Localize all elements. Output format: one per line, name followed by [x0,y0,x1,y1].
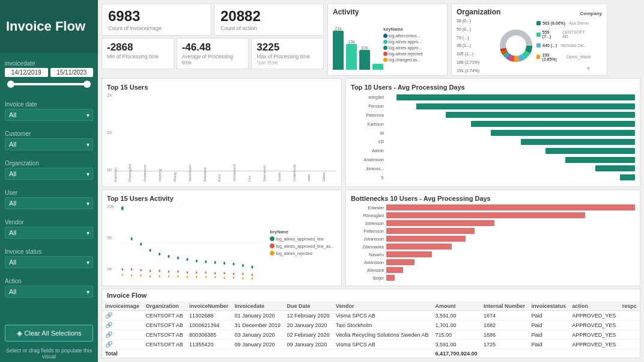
cell-vendor: Veolia Recycling Solutions Sweden AB [333,330,432,340]
cell-vendor: Taxi Stockholm [333,321,432,330]
date-from[interactable]: 14/12/2019 [5,68,48,77]
svg-point-34 [168,271,169,273]
col-duedate: Due Date [284,302,333,311]
svg-point-49 [168,275,169,277]
top15activity-title: Top 15 Users Activity [107,195,336,202]
svg-point-36 [187,271,188,274]
cell-vendor: Visma SPCS AB [333,340,432,349]
svg-point-41 [233,273,234,275]
bbar-pettersson: Pettersson [351,228,635,234]
svg-point-15 [131,238,133,241]
kpi-max-value: 3225 [257,41,318,54]
bbar-antonsson: Antonsson [351,259,635,265]
clear-all-button[interactable]: ◈ Clear All Selections [5,325,93,342]
customer-section: Customer All [0,123,98,153]
action-dropdown-wrap[interactable]: All [5,286,93,298]
bbar-erlander: Erlander [351,204,635,210]
scatter-svg [118,204,266,281]
svg-point-19 [168,255,170,258]
kpi-count-invoice-value: 6983 [108,8,205,25]
cell-amount: 715.00 [432,330,480,340]
vendor-select[interactable]: All [5,227,93,239]
bbar-beijer: Beijer [351,275,635,281]
kpi-count-action-label: Count of action [220,25,317,31]
col-invoicestatus: invoicestatus [528,302,569,311]
invoice-date-section: Invoice date All [0,94,98,123]
svg-point-56 [233,277,234,279]
organization-section: Organization All [0,153,98,182]
cell-link[interactable]: 🔗 [102,321,142,330]
user-select[interactable]: All [5,197,93,209]
bbar-johansson: Johansson [351,236,635,242]
organization-select[interactable]: All [5,168,93,180]
top15users-panel: Top 15 Users 2K1K0K [102,78,342,187]
hbar-karlsson: Karlsson [351,121,635,127]
bbar-attestant: Attestant [351,267,635,273]
cell-link[interactable]: 🔗 [102,330,142,340]
bbar-sonesson: Sönesson [351,220,635,226]
customer-dropdown-wrap[interactable]: All [5,138,93,150]
cell-vendor: Visma SPCS AB [333,311,432,321]
svg-point-45 [131,274,132,277]
top10avgdays-chart: arlegård Persson Palmroos [351,93,635,182]
invoice-status-select[interactable]: All [5,256,93,268]
col-amount: Amount [432,302,480,311]
kpi-min-label: Min of Processing time [107,54,169,60]
hbar-andersson2: Andersson [351,157,635,163]
date-to[interactable]: 15/11/2023 [50,68,94,77]
middle-charts: Top 15 Users 2K1K0K [98,78,644,189]
svg-point-54 [214,276,216,278]
bottlenecks-bars: Erlander Rönnsgård Sönesson Pettersson [351,204,635,281]
kpi-row-1: 6983 Count of invoiceimage 20882 Count o… [102,4,324,35]
svg-point-30 [131,268,132,271]
cell-intnum: 1674 [481,311,528,321]
svg-point-46 [141,274,142,277]
hbar-joranss: Joranss... [351,165,635,171]
donut-svg [498,28,534,64]
invoice-date-select[interactable]: All [5,109,93,121]
bbar-zdanowska: Zdanowska [351,244,635,250]
svg-point-18 [159,253,160,256]
top15activity-legend: keyName log_alines_approved_line log_ali… [270,204,336,281]
cell-link[interactable]: 🔗 [102,340,142,349]
cell-invdate: 01 January 2020 [232,311,284,321]
cell-link[interactable]: 🔗 [102,311,142,321]
invoicedate-label: invoicedate [5,60,93,67]
svg-point-58 [252,277,253,280]
svg-point-51 [187,276,188,278]
cell-invnum: 11355420 [186,340,231,349]
vendor-dropdown-wrap[interactable]: All [5,227,93,239]
cell-due: 02 February 2020 [284,330,333,340]
invoice-status-dropdown-wrap[interactable]: All [5,256,93,268]
act-bar-2 [346,44,357,70]
svg-point-27 [242,264,244,267]
svg-point-37 [196,271,198,274]
invoice-date-dropdown-wrap[interactable]: All [5,109,93,121]
col-invoicedate: Invoicedate [232,302,284,311]
date-slider[interactable] [5,78,93,90]
cell-action: APPROVED_YES [569,321,619,330]
svg-point-23 [205,260,207,263]
org-company-label: Company [580,11,602,16]
kpi-count-invoice-label: Count of invoiceimage [108,25,205,31]
action-label: Action [5,278,93,284]
user-dropdown-wrap[interactable]: All [5,197,93,209]
col-organization: Organization [142,302,186,311]
action-select[interactable]: All [5,286,93,298]
kpi-avg-value: -46.48 [182,41,244,54]
cell-status: Paid [528,311,569,321]
kpi-count-action: 20882 Count of action [214,4,324,35]
svg-point-35 [178,271,179,273]
organization-dropdown-wrap[interactable]: All [5,168,93,180]
customer-select[interactable]: All [5,138,93,150]
cell-respc [619,330,640,340]
top15users-bars [114,93,336,171]
sidebar: Invoice Flow invoicedate 14/12/2019 15/1… [0,0,98,362]
table-row: 🔗 CENTSOFT AB 11355420 09 January 2020 0… [102,340,640,349]
top15activity-content: 10K5K0K [107,204,336,281]
top15users-bars-wrap: Karlsson Rönnsgård Andersson Hartung Wan… [114,93,336,182]
cell-action: APPROVED_YES [569,311,619,321]
svg-point-31 [141,269,142,271]
organization-label: Organization [5,160,93,167]
table-row: 🔗 CENTSOFT AB 1000621394 31 December 201… [102,321,640,330]
